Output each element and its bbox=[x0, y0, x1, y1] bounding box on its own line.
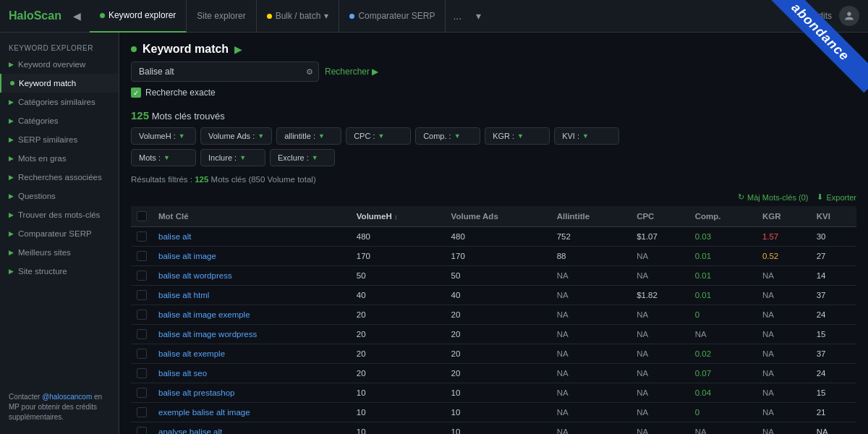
footer-link[interactable]: @haloscancom bbox=[42, 393, 92, 401]
sidebar-item-meilleurs-sites-label: Meilleurs sites bbox=[18, 248, 71, 257]
td-volumeh: 50 bbox=[351, 266, 446, 286]
th-volumeh[interactable]: VolumeH ↕ bbox=[351, 206, 446, 227]
user-avatar[interactable] bbox=[839, 6, 859, 26]
tab-more-chevron[interactable]: ▾ bbox=[469, 10, 488, 22]
app-logo[interactable]: HaloScan bbox=[9, 9, 61, 22]
sidebar-item-trouver-mots-cles[interactable]: ▶ Trouver des mots-clés bbox=[0, 205, 119, 224]
tab-comparateur-serp[interactable]: Comparateur SERP bbox=[339, 0, 446, 33]
maj-mots-cles-button[interactable]: ↻ Màj Mots-clés (0) bbox=[738, 192, 808, 202]
td-volumeh: 10 bbox=[351, 383, 446, 403]
td-keyword[interactable]: balise alt image wordpress bbox=[153, 325, 351, 344]
td-keyword[interactable]: balise alt html bbox=[153, 286, 351, 305]
td-keyword[interactable]: analyse balise alt bbox=[153, 422, 351, 435]
row-checkbox[interactable] bbox=[137, 290, 147, 300]
td-checkbox bbox=[131, 227, 153, 247]
arrow-icon-7: ▶ bbox=[9, 192, 14, 200]
search-input[interactable] bbox=[131, 61, 319, 82]
row-checkbox[interactable] bbox=[137, 368, 147, 378]
arrow-icon-11: ▶ bbox=[9, 268, 14, 275]
sidebar-item-categories-similaires[interactable]: ▶ Catégories similaires bbox=[0, 93, 119, 111]
tab-site-explorer-label: Site explorer bbox=[197, 11, 245, 21]
filter-cpc[interactable]: CPC : ▼ bbox=[346, 127, 411, 145]
th-kgr-label: KGR bbox=[762, 212, 781, 221]
td-keyword[interactable]: balise alt prestashop bbox=[153, 383, 351, 403]
td-kgr: 0.52 bbox=[757, 247, 811, 266]
row-checkbox[interactable] bbox=[137, 329, 147, 339]
rechercher-button[interactable]: Rechercher ▶ bbox=[325, 67, 378, 77]
filter-allintitle[interactable]: allintitle : ▼ bbox=[276, 127, 341, 145]
sidebar-item-categories-similaires-label: Catégories similaires bbox=[18, 98, 95, 106]
row-checkbox[interactable] bbox=[137, 407, 147, 417]
export-button[interactable]: ⬇ Exporter bbox=[817, 192, 856, 202]
td-keyword[interactable]: balise alt wordpress bbox=[153, 266, 351, 286]
sidebar-item-mots-en-gras[interactable]: ▶ Mots en gras bbox=[0, 149, 119, 168]
footer-text: Contacter bbox=[9, 393, 42, 401]
td-cpc: NA bbox=[631, 364, 689, 383]
filter-inclure[interactable]: Inclure : ▼ bbox=[200, 149, 265, 166]
td-allintitle: NA bbox=[551, 305, 631, 325]
row-checkbox[interactable] bbox=[137, 251, 147, 261]
sidebar-item-keyword-match[interactable]: Keyword match bbox=[0, 74, 119, 93]
tab-more-button[interactable]: ... bbox=[446, 10, 469, 22]
table-actions: ↻ Màj Mots-clés (0) ⬇ Exporter bbox=[119, 190, 868, 206]
table-body: balise alt 480 480 752 $1.07 0.03 1.57 3… bbox=[131, 227, 856, 435]
logo-scan: Scan bbox=[34, 9, 61, 22]
sidebar-item-questions[interactable]: ▶ Questions bbox=[0, 187, 119, 205]
sidebar-item-keyword-overview[interactable]: ▶ Keyword overview bbox=[0, 55, 119, 74]
sidebar-item-keyword-match-label: Keyword match bbox=[19, 79, 76, 88]
td-allintitle: 88 bbox=[551, 247, 631, 266]
sidebar-item-site-structure[interactable]: ▶ Site structure bbox=[0, 262, 119, 281]
row-checkbox[interactable] bbox=[137, 388, 147, 398]
filter-comp[interactable]: Comp. : ▼ bbox=[415, 127, 480, 145]
th-comp-label: Comp. bbox=[695, 212, 721, 221]
td-kvi: NA bbox=[811, 422, 856, 435]
td-keyword[interactable]: balise alt image exemple bbox=[153, 305, 351, 325]
td-keyword[interactable]: balise alt exemple bbox=[153, 344, 351, 364]
sidebar-item-categories[interactable]: ▶ Catégories bbox=[0, 111, 119, 130]
td-keyword[interactable]: balise alt bbox=[153, 227, 351, 247]
td-kgr: NA bbox=[757, 364, 811, 383]
row-checkbox[interactable] bbox=[137, 427, 147, 434]
table-row: balise alt wordpress 50 50 NA NA 0.01 NA… bbox=[131, 266, 856, 286]
td-volumeh: 10 bbox=[351, 403, 446, 422]
td-keyword[interactable]: exemple balise alt image bbox=[153, 403, 351, 422]
page-dot-icon bbox=[131, 46, 137, 52]
filter-volumeh-label: VolumeH : bbox=[139, 132, 176, 140]
credits-button[interactable]: Crédits bbox=[804, 11, 832, 21]
filter-mots[interactable]: Mots : ▼ bbox=[131, 149, 196, 166]
td-allintitle: NA bbox=[551, 364, 631, 383]
select-all-checkbox[interactable] bbox=[137, 211, 147, 221]
td-keyword[interactable]: balise alt seo bbox=[153, 364, 351, 383]
td-kvi: 15 bbox=[811, 325, 856, 344]
row-checkbox[interactable] bbox=[137, 310, 147, 320]
sidebar-item-serp-similaires[interactable]: ▶ SERP similaires bbox=[0, 130, 119, 149]
sidebar: Keyword explorer ▶ Keyword overview Keyw… bbox=[0, 33, 119, 434]
filter-volume-ads[interactable]: Volume Ads : ▼ bbox=[200, 127, 272, 145]
row-checkbox[interactable] bbox=[137, 231, 147, 242]
sidebar-item-meilleurs-sites[interactable]: ▶ Meilleurs sites bbox=[0, 243, 119, 262]
td-volumeh: 20 bbox=[351, 325, 446, 344]
tab-keyword-explorer[interactable]: Keyword explorer bbox=[90, 0, 187, 33]
sidebar-item-recherches-associees[interactable]: ▶ Recherches associées bbox=[0, 168, 119, 187]
td-comp: NA bbox=[689, 422, 757, 435]
td-keyword[interactable]: balise alt image bbox=[153, 247, 351, 266]
arrow-icon-2: ▶ bbox=[9, 98, 14, 106]
row-checkbox[interactable] bbox=[137, 271, 147, 281]
filter-exclure[interactable]: Exclure : ▼ bbox=[270, 149, 335, 166]
page-header-arrow-icon: ▶ bbox=[234, 43, 242, 55]
td-cpc: NA bbox=[631, 266, 689, 286]
tab-site-explorer[interactable]: Site explorer bbox=[187, 0, 256, 33]
sidebar-collapse-button[interactable]: ◀ bbox=[73, 10, 81, 22]
sidebar-item-comparateur-serp[interactable]: ▶ Comparateur SERP bbox=[0, 224, 119, 243]
row-checkbox[interactable] bbox=[137, 349, 147, 359]
results-summary-prefix: Résultats filtrés : bbox=[131, 175, 195, 184]
tab-bulk-batch[interactable]: Bulk / batch ▾ bbox=[257, 0, 340, 33]
filter-volumeh[interactable]: VolumeH : ▼ bbox=[131, 127, 196, 145]
filter-kgr[interactable]: KGR : ▼ bbox=[485, 127, 550, 145]
td-kvi: 37 bbox=[811, 344, 856, 364]
sidebar-item-site-structure-label: Site structure bbox=[18, 267, 67, 276]
td-allintitle: 752 bbox=[551, 227, 631, 247]
filter-kvi[interactable]: KVI : ▼ bbox=[554, 127, 619, 145]
td-comp: 0.01 bbox=[689, 286, 757, 305]
exact-search-checkbox[interactable] bbox=[131, 88, 141, 98]
